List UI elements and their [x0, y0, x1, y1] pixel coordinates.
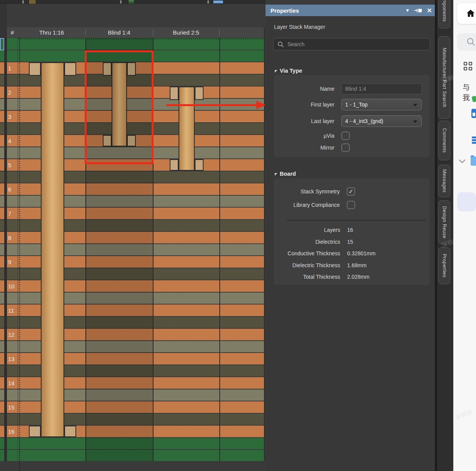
stack-row[interactable]	[0, 147, 4, 158]
layer-row-5[interactable]: 5	[7, 159, 18, 171]
via-pad-Thru-1-16[interactable]	[29, 62, 41, 76]
layer-row-14[interactable]	[0, 377, 4, 389]
stack-row[interactable]	[0, 196, 4, 207]
layer-row-7[interactable]: 7	[7, 208, 18, 219]
stack-row[interactable]	[0, 268, 4, 280]
properties-panel-header[interactable]: Properties ▼ ✕	[266, 5, 435, 16]
layer-row-1[interactable]	[0, 62, 4, 74]
app-icon-blue-doc[interactable]	[471, 109, 476, 118]
layer-row-10[interactable]	[0, 280, 4, 292]
sidebar-tab-manufacturer-part-search[interactable]: Manufacturer Part Search	[438, 36, 450, 119]
mirror-checkbox[interactable]	[341, 143, 350, 152]
stack-row[interactable]	[7, 75, 18, 86]
via-pad-Buried-2-5[interactable]	[195, 87, 204, 100]
highlighted-list-item[interactable]	[457, 192, 476, 211]
stack-row[interactable]	[7, 38, 18, 50]
stack-row[interactable]	[0, 99, 4, 110]
chevron-down-icon[interactable]	[458, 158, 466, 164]
layer-row-5[interactable]	[0, 159, 4, 171]
stack-row[interactable]	[7, 268, 18, 280]
stack-row[interactable]	[7, 147, 18, 158]
stack-row[interactable]	[0, 244, 4, 255]
sidebar-tab-messages[interactable]: Messages	[438, 165, 450, 197]
layer-row-9[interactable]	[0, 256, 4, 268]
stack-row[interactable]	[0, 438, 4, 449]
stack-row[interactable]	[7, 341, 18, 352]
stack-row[interactable]	[0, 293, 4, 304]
stack-row[interactable]	[7, 171, 18, 183]
layer-row-12[interactable]: 12	[7, 329, 18, 340]
layer-row-8[interactable]: 8	[7, 232, 18, 243]
stack-row[interactable]	[0, 450, 4, 461]
stack-row[interactable]	[7, 293, 18, 304]
first-layer-dropdown[interactable]: 1 - 1_Top	[341, 99, 422, 110]
layer-row-2[interactable]: 2	[7, 87, 18, 98]
layer-row-10[interactable]: 10	[7, 280, 18, 292]
stack-symmetry-checkbox[interactable]: ✓	[347, 187, 355, 196]
sidebar-tab-design-reuse[interactable]: Design Reuse	[438, 200, 450, 244]
section-header-board[interactable]: Board	[275, 171, 296, 177]
layer-row-8[interactable]	[0, 232, 4, 243]
via-pad-Thru-1-16[interactable]	[64, 426, 76, 437]
panel-close-icon[interactable]: ✕	[425, 5, 434, 16]
folder-icon[interactable]	[471, 156, 476, 166]
via-pad-Buried-2-5[interactable]	[170, 87, 179, 100]
stack-row[interactable]	[7, 450, 18, 461]
column-header-Blind 1:4[interactable]: Blind 1:4	[85, 27, 153, 38]
layer-row-12[interactable]	[0, 329, 4, 340]
stack-row[interactable]	[7, 389, 18, 401]
stack-row[interactable]	[7, 317, 18, 328]
via-pad-Buried-2-5[interactable]	[170, 159, 179, 171]
home-button[interactable]	[457, 3, 476, 24]
stack-row[interactable]	[0, 389, 4, 401]
layer-row-4[interactable]	[0, 135, 4, 146]
panel-pin-icon[interactable]	[414, 5, 424, 16]
column-header-Thru 1:16[interactable]: Thru 1:16	[18, 27, 85, 38]
layer-row-13[interactable]: 13	[7, 353, 18, 364]
sidebar-tab-properties[interactable]: Properties	[438, 247, 450, 284]
section-header-via-type[interactable]: Via Type	[275, 68, 302, 74]
layer-row-6[interactable]: 6	[7, 183, 18, 195]
layer-row-16[interactable]: 16	[7, 426, 18, 437]
layer-row-2[interactable]	[0, 87, 4, 98]
stack-row[interactable]	[0, 414, 4, 425]
stack-row[interactable]	[7, 365, 18, 376]
via-barrel-Thru-1-16[interactable]	[41, 62, 64, 437]
stack-row[interactable]	[0, 123, 4, 134]
layer-row-16[interactable]	[0, 426, 4, 437]
column-header-Buried 2:5[interactable]: Buried 2:5	[153, 27, 219, 38]
stack-row[interactable]	[7, 414, 18, 425]
stack-row[interactable]	[7, 196, 18, 207]
search-input[interactable]: Search	[273, 38, 430, 50]
column-header-#[interactable]: #	[7, 27, 18, 38]
app-icon-blue-list[interactable]	[472, 136, 476, 145]
layer-row-11[interactable]	[0, 305, 4, 316]
layer-row-6[interactable]	[0, 183, 4, 195]
last-layer-dropdown[interactable]: 4 - 4_int3_(gnd)	[341, 115, 422, 127]
layer-row-9[interactable]: 9	[7, 256, 18, 268]
uvia-checkbox[interactable]	[341, 131, 350, 140]
stack-row[interactable]	[7, 50, 18, 62]
layer-row-4[interactable]: 4	[7, 135, 18, 146]
stack-row[interactable]	[7, 220, 18, 231]
via-barrel-Buried-2-5[interactable]	[179, 87, 195, 171]
stack-row[interactable]	[0, 317, 4, 328]
sidebar-tab-components[interactable]: Components	[438, 0, 450, 28]
via-pad-Buried-2-5[interactable]	[195, 159, 204, 171]
layer-row-3[interactable]	[0, 111, 4, 122]
library-compliance-checkbox[interactable]	[347, 201, 355, 209]
stack-row[interactable]	[7, 244, 18, 255]
layer-row-1[interactable]: 1	[7, 62, 18, 74]
stack-row[interactable]	[7, 438, 18, 449]
stack-row[interactable]	[7, 123, 18, 134]
layer-row-11[interactable]: 11	[7, 305, 18, 316]
column-header-empty[interactable]	[219, 27, 264, 38]
stack-row[interactable]	[7, 99, 18, 110]
sidebar-tab-comments[interactable]: Comments	[438, 121, 450, 160]
layer-row-15[interactable]	[0, 401, 4, 413]
stack-row[interactable]	[0, 220, 4, 231]
layer-row-7[interactable]	[0, 208, 4, 219]
stack-row[interactable]	[0, 171, 4, 183]
panel-dropdown-icon[interactable]: ▼	[403, 5, 412, 16]
stack-row[interactable]	[0, 75, 4, 86]
